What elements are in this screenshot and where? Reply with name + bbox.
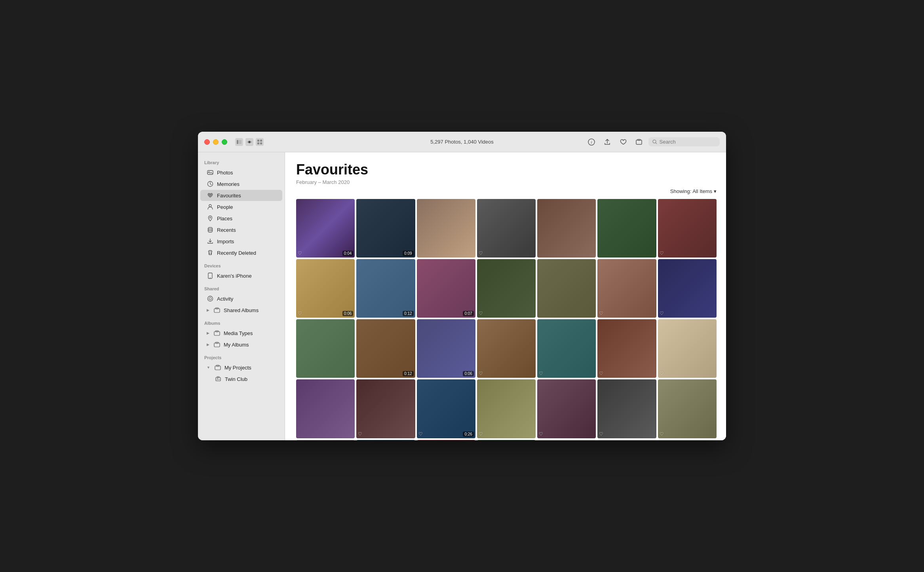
photo-cell[interactable]: 0:12 xyxy=(356,319,415,378)
close-button[interactable] xyxy=(204,139,210,145)
shared-albums-expand-icon: ▶ xyxy=(207,308,209,312)
page-title: Favourites xyxy=(296,162,717,178)
photo-cell[interactable]: ♡ xyxy=(658,199,717,258)
photos-icon xyxy=(207,169,214,176)
shared-albums-icon xyxy=(213,307,221,314)
video-duration: 0:04 xyxy=(342,251,353,256)
photo-cell[interactable]: 0:25♡ xyxy=(417,440,475,440)
photo-cell[interactable] xyxy=(537,259,596,318)
sidebar-item-media-types-label: Media Types xyxy=(224,330,253,336)
heart-icon: ♡ xyxy=(358,431,362,437)
photo-cell[interactable]: ♡ xyxy=(658,259,717,318)
sidebar-item-twin-club[interactable]: Twin Club xyxy=(200,373,282,384)
sidebar-item-places[interactable]: Places xyxy=(200,213,282,224)
photo-cell[interactable]: ♡ xyxy=(477,379,536,438)
video-duration: 0:06 xyxy=(463,371,473,376)
sidebar-item-recently-deleted[interactable]: Recently Deleted xyxy=(200,247,282,258)
minimize-button[interactable] xyxy=(213,139,219,145)
photo-cell[interactable]: ♡ xyxy=(658,379,717,438)
photo-cell[interactable] xyxy=(296,379,355,438)
photo-cell[interactable]: ♡ xyxy=(477,319,536,378)
sidebar-item-recents-label: Recents xyxy=(217,227,236,233)
my-albums-icon xyxy=(213,341,221,348)
favourite-button[interactable] xyxy=(617,136,629,148)
info-button[interactable]: i xyxy=(585,136,598,148)
sidebar-item-memories-label: Memories xyxy=(217,181,240,187)
sidebar-item-shared-albums[interactable]: ▶ Shared Albums xyxy=(200,305,282,316)
heart-icon: ♡ xyxy=(298,250,302,256)
photo-cell[interactable]: 0:09 xyxy=(356,199,415,258)
photo-cell[interactable]: ♡ xyxy=(356,379,415,438)
showing-filter-button[interactable]: Showing: All Items ▾ xyxy=(670,188,717,194)
photo-cell[interactable] xyxy=(537,199,596,258)
search-input[interactable] xyxy=(660,139,716,145)
photo-cell[interactable]: 0:06 xyxy=(417,319,475,378)
photo-cell[interactable]: ♡ xyxy=(477,440,536,440)
places-icon xyxy=(207,215,214,222)
sidebar-item-karens-iphone[interactable]: Karen's iPhone xyxy=(200,270,282,281)
sidebar-item-people[interactable]: People xyxy=(200,201,282,212)
window-controls xyxy=(235,138,264,146)
photo-cell[interactable] xyxy=(296,319,355,378)
sidebar-item-twin-club-label: Twin Club xyxy=(225,376,247,382)
maximize-button[interactable] xyxy=(222,139,227,145)
sidebar-item-photos-label: Photos xyxy=(217,170,233,176)
photo-cell[interactable]: 0:04♡ xyxy=(296,199,355,258)
sidebar-item-activity-label: Activity xyxy=(217,296,233,302)
photo-cell[interactable]: ♡ xyxy=(597,319,656,378)
photo-cell[interactable]: 0:06♡ xyxy=(296,259,355,318)
sidebar-item-memories[interactable]: Memories xyxy=(200,178,282,189)
search-bar[interactable] xyxy=(648,137,720,146)
photo-cell[interactable]: 0:26♡ xyxy=(417,379,475,438)
photo-cell[interactable]: ♡ xyxy=(477,259,536,318)
photo-count: 5,297 Photos, 1,040 Videos xyxy=(430,139,494,145)
svg-point-21 xyxy=(210,277,211,278)
svg-text:i: i xyxy=(591,140,592,144)
photo-cell[interactable]: ♡ xyxy=(658,319,717,378)
video-duration: 0:06 xyxy=(342,311,353,316)
svg-rect-4 xyxy=(257,140,259,142)
sidebar-item-favourites-label: Favourites xyxy=(217,193,241,199)
photo-cell[interactable]: ♡ xyxy=(537,379,596,438)
video-duration: 0:07 xyxy=(463,311,473,316)
sidebar-item-activity[interactable]: Activity xyxy=(200,293,282,304)
share-button[interactable] xyxy=(601,136,614,148)
sidebar-item-photos[interactable]: Photos xyxy=(200,167,282,178)
photo-cell[interactable] xyxy=(296,440,355,440)
favourites-icon xyxy=(207,192,214,199)
heart-icon: ♡ xyxy=(479,311,483,316)
photo-cell[interactable]: 0:12 xyxy=(356,259,415,318)
main-window: 5,297 Photos, 1,040 Videos i xyxy=(198,132,726,440)
photo-cell[interactable] xyxy=(417,199,475,258)
sidebar-toggle-button[interactable] xyxy=(235,138,243,146)
zoom-slider[interactable] xyxy=(245,138,253,146)
sidebar-item-my-albums[interactable]: ▶ My Albums xyxy=(200,339,282,350)
svg-rect-5 xyxy=(260,140,262,142)
photo-cell[interactable]: 0:08♡ xyxy=(356,440,415,440)
sidebar-item-imports[interactable]: Imports xyxy=(200,236,282,247)
photo-cell[interactable]: ♡ xyxy=(477,199,536,258)
showing-arrow-icon: ▾ xyxy=(714,188,717,194)
sidebar-item-imports-label: Imports xyxy=(217,239,234,244)
projects-section-label: Projects xyxy=(198,350,285,362)
sidebar-item-recents[interactable]: Recents xyxy=(200,224,282,235)
video-duration: 0:12 xyxy=(403,371,413,376)
activity-icon xyxy=(207,295,214,302)
photo-cell[interactable]: ♡ xyxy=(597,259,656,318)
album-button[interactable] xyxy=(633,136,645,148)
photo-grid: 0:04♡0:09♡♡0:06♡0:120:07♡♡♡0:120:06♡♡♡♡♡… xyxy=(296,199,717,440)
view-mode-button[interactable] xyxy=(256,138,264,146)
heart-icon: ♡ xyxy=(660,431,664,437)
photo-cell[interactable]: ♡ xyxy=(597,379,656,438)
photo-cell[interactable]: ♡ xyxy=(537,319,596,378)
sidebar-item-media-types[interactable]: ▶ Media Types xyxy=(200,328,282,339)
svg-point-34 xyxy=(217,378,218,379)
sidebar-item-favourites[interactable]: Favourites xyxy=(200,190,282,201)
heart-icon: ♡ xyxy=(539,371,543,376)
video-duration: 0:12 xyxy=(403,311,413,316)
photo-cell[interactable] xyxy=(597,199,656,258)
sidebar-item-my-projects[interactable]: ▼ My Projects xyxy=(200,362,282,373)
photo-cell[interactable]: 0:07 xyxy=(417,259,475,318)
recents-icon xyxy=(207,226,214,233)
heart-icon: ♡ xyxy=(599,371,603,376)
